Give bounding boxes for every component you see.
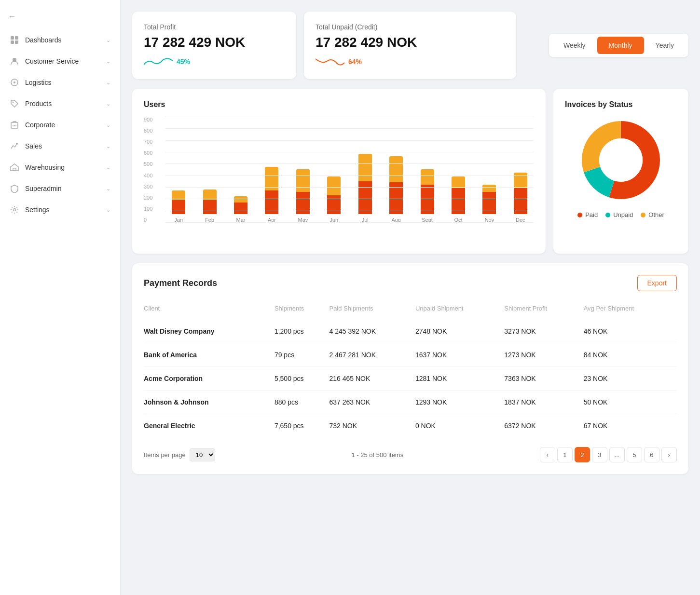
items-range: 1 - 25 of 500 items xyxy=(352,451,404,459)
bar-stack[interactable] xyxy=(296,169,310,214)
cell-client: Johnson & Johnson xyxy=(144,391,275,414)
sidebar-item-corporate[interactable]: Corporate ⌄ xyxy=(0,114,120,135)
sidebar-label-products: Products xyxy=(25,100,52,108)
legend-other: Other xyxy=(641,211,664,218)
table-header-row: Client Shipments Paid Shipments Unpaid S… xyxy=(144,301,677,320)
page-ellipsis: ... xyxy=(609,447,625,462)
legend-paid-label: Paid xyxy=(585,211,598,218)
next-page-button[interactable]: › xyxy=(661,447,677,462)
bar-bottom xyxy=(514,188,527,214)
page-2-button[interactable]: 2 xyxy=(575,447,590,462)
bar-group-feb: Feb xyxy=(196,189,223,223)
charts-row: Users 900 800 700 xyxy=(132,89,688,254)
invoices-chart-title: Invoices by Status xyxy=(565,100,677,109)
items-per-page-select[interactable]: 10 25 50 xyxy=(190,448,215,461)
bar-group-jul: Jul xyxy=(352,154,379,223)
profit-trend-line xyxy=(144,56,173,68)
bar-stack[interactable] xyxy=(265,167,278,214)
donut-chart xyxy=(577,117,664,203)
bar-bottom xyxy=(482,192,496,214)
cell-client: Acme Corporation xyxy=(144,367,275,391)
chevron-products: ⌄ xyxy=(106,101,110,107)
chevron-logistics: ⌄ xyxy=(106,80,110,86)
bar-stack[interactable] xyxy=(482,185,496,214)
svg-rect-1 xyxy=(15,36,18,40)
bar-label: Jan xyxy=(174,217,183,223)
bar-top xyxy=(482,185,496,192)
bar-label: Apr xyxy=(268,217,276,223)
bar-group-may: May xyxy=(289,169,316,223)
bar-top xyxy=(203,189,217,200)
bar-stack[interactable] xyxy=(452,176,465,214)
yearly-button[interactable]: Yearly xyxy=(644,37,686,54)
grid-icon xyxy=(10,35,19,45)
table-row: Bank of America79 pcs2 467 281 NOK1637 N… xyxy=(144,343,677,367)
chevron-sales: ⌄ xyxy=(106,143,110,149)
bar-stack[interactable] xyxy=(172,190,185,214)
bar-label: Mar xyxy=(236,217,246,223)
export-button[interactable]: Export xyxy=(637,275,677,291)
sidebar-item-products[interactable]: Products ⌄ xyxy=(0,93,120,114)
page-3-button[interactable]: 3 xyxy=(592,447,607,462)
bar-stack[interactable] xyxy=(203,189,217,214)
monthly-button[interactable]: Monthly xyxy=(597,37,644,54)
prev-page-button[interactable]: ‹ xyxy=(540,447,555,462)
sidebar-label-warehousing: Warehousing xyxy=(25,163,65,171)
bar-bottom xyxy=(234,203,247,214)
bar-stack[interactable] xyxy=(421,169,434,214)
cell-profit: 1273 NOK xyxy=(504,343,583,367)
page-5-button[interactable]: 5 xyxy=(627,447,642,462)
bar-label: May xyxy=(298,217,308,223)
legend-unpaid-label: Unpaid xyxy=(613,211,633,218)
profit-trend-pct: 45% xyxy=(177,58,190,66)
bar-bottom xyxy=(203,200,217,214)
unpaid-trend-line xyxy=(316,56,344,68)
bar-stack[interactable] xyxy=(358,154,372,214)
chevron-corporate: ⌄ xyxy=(106,122,110,128)
bar-stack[interactable] xyxy=(327,176,341,214)
bar-group-apr: Apr xyxy=(258,167,285,223)
bar-stack[interactable] xyxy=(514,173,527,214)
total-profit-value: 17 282 429 NOK xyxy=(144,35,285,50)
legend-other-label: Other xyxy=(648,211,664,218)
table-row: Acme Corporation5,500 pcs216 465 NOK1281… xyxy=(144,367,677,391)
cell-avg: 46 NOK xyxy=(584,320,677,343)
table-row: General Electric7,650 pcs732 NOK0 NOK637… xyxy=(144,414,677,438)
tag-icon xyxy=(10,99,19,108)
sidebar-item-sales[interactable]: Sales ⌄ xyxy=(0,135,120,157)
chevron-superadmin: ⌄ xyxy=(106,186,110,192)
col-avg-per-shipment: Avg Per Shipment xyxy=(584,301,677,320)
page-buttons: ‹ 1 2 3 ... 5 6 › xyxy=(540,447,677,462)
period-buttons: Weekly Monthly Yearly xyxy=(549,34,688,57)
bar-group-aug: Aug xyxy=(383,156,410,223)
bar-top xyxy=(265,167,278,190)
weekly-button[interactable]: Weekly xyxy=(552,37,597,54)
items-per-page-label: Items per page xyxy=(144,451,186,459)
page-6-button[interactable]: 6 xyxy=(644,447,659,462)
bar-label: Feb xyxy=(205,217,214,223)
cell-paid: 2 467 281 NOK xyxy=(329,343,415,367)
col-unpaid-shipment: Unpaid Shipment xyxy=(415,301,504,320)
bar-label: Oct xyxy=(454,217,462,223)
sidebar-item-superadmin[interactable]: Superadmin ⌄ xyxy=(0,178,120,199)
sidebar-item-dashboards[interactable]: Dashboards ⌄ xyxy=(0,29,120,51)
user-icon xyxy=(10,56,19,66)
bar-stack[interactable] xyxy=(389,156,403,214)
table-row: Walt Disney Company1,200 pcs4 245 392 NO… xyxy=(144,320,677,343)
bar-bottom xyxy=(421,185,434,214)
bar-bottom xyxy=(452,188,465,214)
sidebar-item-warehousing[interactable]: Warehousing ⌄ xyxy=(0,157,120,178)
other-dot xyxy=(641,213,645,217)
sidebar-toggle[interactable]: ← xyxy=(0,8,120,29)
page-1-button[interactable]: 1 xyxy=(557,447,573,462)
sidebar-item-logistics[interactable]: Logistics ⌄ xyxy=(0,72,120,93)
sidebar-item-customer-service[interactable]: Customer Service ⌄ xyxy=(0,51,120,72)
bar-top xyxy=(389,156,403,182)
total-unpaid-card: Total Unpaid (Credit) 17 282 429 NOK 64% xyxy=(304,12,516,79)
bar-stack[interactable] xyxy=(234,196,247,214)
total-unpaid-label: Total Unpaid (Credit) xyxy=(316,23,505,31)
sidebar-item-settings[interactable]: Settings ⌄ xyxy=(0,199,120,220)
sidebar: ← Dashboards ⌄ Customer Service ⌄ Logist… xyxy=(0,0,121,595)
users-chart-title: Users xyxy=(144,100,534,109)
chevron-customer-service: ⌄ xyxy=(106,58,110,65)
